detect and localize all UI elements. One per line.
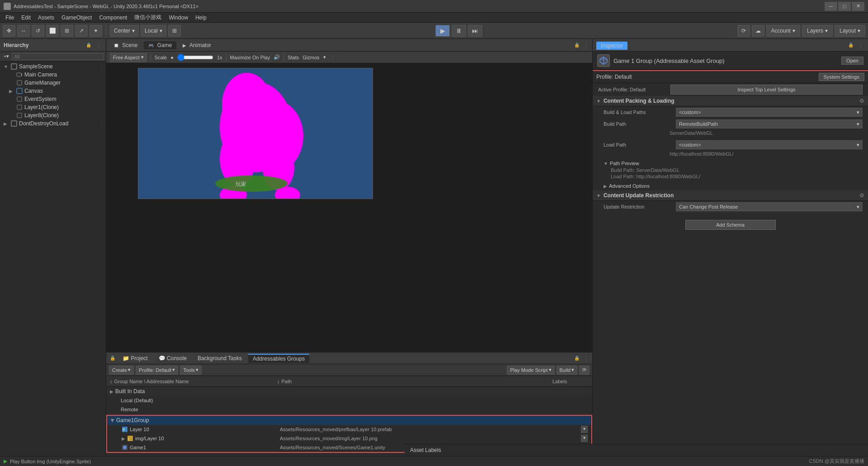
view-lock-icon[interactable]: 🔒 (573, 42, 580, 49)
imglayer10-labels-dropdown[interactable]: ▾ (581, 435, 588, 442)
bottom-collapse-icon[interactable]: 🔒 (573, 355, 580, 362)
hierarchy-item-eventsystem[interactable]: EventSystem (0, 95, 106, 103)
add-schema-button[interactable]: Add Schema (685, 220, 776, 230)
account-dropdown[interactable]: Account ▾ (766, 25, 800, 37)
build-button[interactable]: Build ▾ (557, 366, 577, 375)
cloud-icon[interactable]: ☁ (752, 25, 764, 37)
hierarchy-item-layer8clone[interactable]: Layer8(Clone) (0, 111, 106, 119)
refresh-button[interactable]: ⟳ (579, 366, 590, 375)
tab-console[interactable]: 💬 Console (154, 354, 191, 362)
tool-custom[interactable]: ✦ (90, 25, 102, 37)
hierarchy-menu-icon[interactable]: ⋮ (95, 42, 102, 49)
menu-file[interactable]: File (2, 14, 18, 22)
hierarchy-search[interactable] (12, 53, 104, 60)
samplescene-menu[interactable]: ⋮ (99, 64, 104, 69)
tool-move[interactable]: ↔ (17, 25, 30, 37)
close-button[interactable]: ✕ (852, 2, 864, 11)
profile-button[interactable]: Profile: Default ▾ (136, 366, 178, 375)
layer8-icon (16, 112, 23, 119)
transform-center-dropdown[interactable]: Center ▾ (110, 25, 139, 37)
pause-button[interactable]: ⏸ (452, 25, 466, 37)
transform-local-dropdown[interactable]: Local ▾ (141, 25, 166, 37)
maximize-button[interactable]: □ (838, 2, 851, 11)
bottom-more-icon[interactable]: ⋮ (582, 355, 590, 362)
menu-help[interactable]: Help (192, 14, 210, 22)
tool-hand[interactable]: ✥ (3, 25, 15, 37)
tab-project[interactable]: 📁 Project (118, 354, 152, 362)
menu-window[interactable]: Window (165, 14, 192, 22)
minimize-button[interactable]: ─ (825, 2, 837, 11)
layout-dropdown[interactable]: Layout ▾ (835, 25, 865, 37)
builtin-label: Built In Data (115, 388, 145, 395)
menu-wechat[interactable]: 微信小游戏 (131, 13, 165, 22)
inspect-top-level-btn[interactable]: Inspect Top Level Settings (670, 85, 863, 95)
game1group-header[interactable]: ▶ Game1Group (107, 416, 591, 425)
play-mode-script-button[interactable]: Play Mode Script ▾ (507, 366, 554, 375)
layer10-row[interactable]: P Layer 10 Assets/Resources_moved/prefba… (107, 425, 591, 434)
addressables-toolbar: Create ▾ Profile: Default ▾ Tools ▾ Play… (106, 364, 592, 376)
expand-imglayer10[interactable]: ▶ (122, 436, 125, 441)
play-button[interactable]: ▶ (435, 25, 450, 37)
hierarchy-item-canvas[interactable]: ▶ Canvas (0, 87, 106, 95)
aspect-ratio-dropdown[interactable]: Free Aspect ▾ (110, 53, 147, 62)
hierarchy-lock-icon[interactable]: 🔒 (85, 42, 92, 49)
hierarchy-item-dontdestroy[interactable]: ▶ DontDestroyOnLoad ⋮ (0, 119, 106, 128)
tab-animator[interactable]: ▶ Animator (178, 41, 216, 49)
tab-addressables-groups[interactable]: Addressables Groups (248, 354, 309, 363)
step-button[interactable]: ⏭ (468, 25, 482, 37)
imglayer10-row[interactable]: ▶ ! img/Layer 10 Assets/Resources_moved/… (107, 434, 591, 443)
hierarchy-item-gamemanager[interactable]: GameManager (0, 79, 106, 87)
inspector-lock-icon[interactable]: 🔒 (847, 42, 854, 49)
inspector-more-icon[interactable]: ⋮ (857, 42, 864, 49)
menu-assets[interactable]: Assets (34, 14, 58, 22)
hierarchy-item-layer1clone[interactable]: Layer1(Clone) (0, 103, 106, 111)
tool-scale[interactable]: ⬜ (46, 25, 59, 37)
load-path-dropdown[interactable]: <custom> ▾ (676, 140, 863, 149)
tools-button[interactable]: Tools ▾ (180, 366, 202, 375)
svg-marker-2 (21, 73, 22, 76)
canvas-icon (16, 88, 23, 94)
builtin-group-header[interactable]: ▶ Built In Data (106, 387, 592, 396)
group-name-header: Group Name \ Addressable Name (114, 379, 189, 384)
tab-background-tasks[interactable]: Background Tasks (193, 354, 246, 362)
path-preview-header[interactable]: ▼ Path Preview (604, 160, 863, 167)
menu-component[interactable]: Component (95, 14, 131, 22)
view-menu-icon[interactable]: ⋮ (582, 42, 590, 49)
tool-rect[interactable]: ⊞ (61, 25, 73, 37)
content-packing-header[interactable]: ▼ Content Packing & Loading ⚙ (593, 96, 868, 106)
grid-toggle[interactable]: ⊞ (168, 25, 181, 37)
scale-slider[interactable] (177, 54, 213, 61)
tab-scene[interactable]: 🔲 Scene (109, 41, 142, 49)
open-button[interactable]: Open (841, 57, 863, 65)
inspector-tab[interactable]: Inspector (596, 42, 627, 50)
menu-gameobject[interactable]: GameObject (58, 14, 95, 22)
system-settings-button[interactable]: System Settings (819, 73, 864, 81)
menu-edit[interactable]: Edit (18, 14, 34, 22)
create-button[interactable]: Create ▾ (109, 366, 134, 375)
bottom-lock-icon[interactable]: 🔒 (109, 355, 116, 362)
layer10-labels-dropdown[interactable]: ▾ (581, 426, 588, 433)
tab-game[interactable]: 🎮 Game (144, 41, 176, 49)
tool-transform[interactable]: ↗ (75, 25, 88, 37)
stats-label[interactable]: Stats (288, 55, 299, 60)
update-restriction-dropdown[interactable]: Can Change Post Release ▾ (676, 202, 863, 211)
hierarchy-item-samplescene[interactable]: ▼ SampleScene ⋮ (0, 62, 106, 71)
hierarchy-add-btn[interactable]: +▾ (2, 53, 11, 60)
content-update-header[interactable]: ▼ Content Update Restriction ⚙ (593, 190, 868, 201)
dontdestroy-menu[interactable]: ⋮ (99, 121, 104, 126)
mute-icon[interactable]: 🔊 (274, 54, 280, 60)
advanced-options-row[interactable]: ▶ Advanced Options (593, 181, 868, 190)
local-default-row[interactable]: Local (Default) (106, 396, 592, 405)
build-path-dropdown[interactable]: RemoteBuildPath ▾ (676, 119, 863, 128)
hierarchy-item-maincamera[interactable]: Main Camera (0, 71, 106, 79)
remote-row[interactable]: Remote (106, 405, 592, 414)
content-packing-gear[interactable]: ⚙ (859, 98, 864, 104)
gizmos-label[interactable]: Gizmos (302, 55, 319, 60)
content-update-gear[interactable]: ⚙ (859, 192, 864, 199)
layers-dropdown[interactable]: Layers ▾ (802, 25, 833, 37)
collab-icon[interactable]: ⟳ (737, 25, 750, 37)
build-load-paths-dropdown[interactable]: <custom> ▾ (676, 108, 863, 117)
update-restriction-value: Can Change Post Release (679, 204, 738, 209)
game-menu-icon[interactable]: ⋮ (330, 54, 337, 61)
tool-rotate[interactable]: ↺ (32, 25, 44, 37)
